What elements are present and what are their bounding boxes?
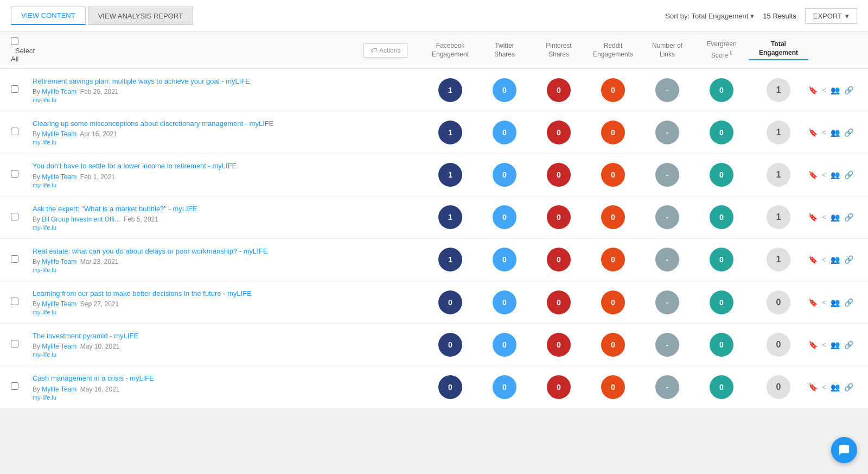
article-author-1[interactable]: Mylife Team [42, 130, 76, 138]
metric-evergreen: 0 [694, 205, 749, 229]
link-icon-5[interactable]: 🔗 [844, 298, 853, 307]
article-author-5[interactable]: Mylife Team [42, 300, 76, 308]
row-checkbox-5[interactable] [11, 298, 18, 305]
row-checkbox-0[interactable] [11, 85, 18, 93]
article-link-2[interactable]: my-life.lu [33, 182, 363, 188]
row-checkbox-col [11, 85, 33, 94]
sort-dropdown[interactable]: Sort by: Total Engagement ▾ [665, 12, 754, 20]
row-checkbox-col [11, 213, 33, 222]
share-icon-3[interactable]: < [822, 213, 826, 222]
article-author-7[interactable]: Mylife Team [42, 385, 76, 393]
share-icon-5[interactable]: < [822, 298, 826, 307]
article-title-3[interactable]: Ask the expert: "What is a market bubble… [33, 204, 363, 214]
share-icon-1[interactable]: < [822, 128, 826, 137]
metric-circle-pinterest: 0 [547, 121, 571, 144]
metric-circle-facebook: 1 [438, 163, 462, 187]
bookmark-icon-2[interactable]: 🔖 [808, 170, 818, 179]
article-meta-7: By Mylife Team May 16, 2021 [33, 385, 363, 393]
link-icon-7[interactable]: 🔗 [844, 383, 853, 391]
users-icon-0[interactable]: 👥 [831, 86, 840, 94]
link-icon-3[interactable]: 🔗 [844, 213, 853, 222]
row-checkbox-7[interactable] [11, 382, 18, 390]
users-icon-6[interactable]: 👥 [831, 340, 840, 349]
article-link-3[interactable]: my-life.lu [33, 224, 363, 231]
article-author-6[interactable]: Mylife Team [42, 343, 76, 350]
row-action-icons-1: 🔖 < 👥 🔗 [808, 128, 857, 137]
share-icon-4[interactable]: < [822, 255, 826, 264]
bookmark-icon-7[interactable]: 🔖 [808, 383, 818, 391]
link-icon-4[interactable]: 🔗 [844, 255, 853, 264]
row-action-icons-6: 🔖 < 👥 🔗 [808, 340, 857, 349]
row-action-icons-5: 🔖 < 👥 🔗 [808, 298, 857, 307]
users-icon-2[interactable]: 👥 [831, 170, 840, 179]
users-icon-3[interactable]: 👥 [831, 213, 840, 222]
bookmark-icon-1[interactable]: 🔖 [808, 128, 818, 137]
article-title-4[interactable]: Real estate: what can you do about delay… [33, 247, 363, 256]
share-icon-7[interactable]: < [822, 383, 826, 391]
share-icon-2[interactable]: < [822, 170, 826, 179]
export-button[interactable]: EXPORT ▾ [805, 8, 857, 24]
article-title-0[interactable]: Retirement savings plan: multiple ways t… [33, 77, 363, 86]
article-meta-4: By Mylife Team Mar 23, 2021 [33, 258, 363, 266]
row-checkbox-4[interactable] [11, 255, 18, 263]
article-author-3[interactable]: Bil Group Investment Offi... [42, 216, 120, 223]
row-checkbox-2[interactable] [11, 170, 18, 178]
pinterest-col-label: PinterestShares [532, 42, 586, 59]
metric-total-6: 0 [749, 333, 808, 357]
metric-circle-twitter: 0 [493, 290, 516, 314]
row-title-col: Retirement savings plan: multiple ways t… [33, 77, 363, 103]
article-title-1[interactable]: Clearing up some misconceptions about di… [33, 119, 363, 129]
metric-reddit: 0 [586, 121, 640, 144]
metric-links: - [640, 333, 694, 357]
metric-links: - [640, 248, 694, 271]
metric-circle-evergreen: 0 [710, 205, 733, 229]
bookmark-icon-0[interactable]: 🔖 [808, 86, 818, 94]
article-title-5[interactable]: Learning from our past to make better de… [33, 289, 363, 299]
share-icon-0[interactable]: < [822, 86, 826, 94]
bookmark-icon-6[interactable]: 🔖 [808, 340, 818, 349]
link-icon-2[interactable]: 🔗 [844, 170, 853, 179]
metric-circle-facebook: 0 [438, 375, 462, 399]
tab-view-analysis[interactable]: VIEW ANALYSIS REPORT [88, 7, 193, 25]
share-icon-6[interactable]: < [822, 340, 826, 349]
header-reddit: RedditEngagements [586, 42, 640, 59]
article-link-5[interactable]: my-life.lu [33, 309, 363, 315]
article-title-2[interactable]: You don't have to settle for a lower inc… [33, 161, 363, 171]
row-checkbox-3[interactable] [11, 213, 18, 220]
article-title-7[interactable]: Cash management in a crisis - myLIFE [33, 374, 363, 383]
link-icon-1[interactable]: 🔗 [844, 128, 853, 137]
bookmark-icon-5[interactable]: 🔖 [808, 298, 818, 307]
bookmark-icon-3[interactable]: 🔖 [808, 213, 818, 222]
bookmark-icon-4[interactable]: 🔖 [808, 255, 818, 264]
users-icon-4[interactable]: 👥 [831, 255, 840, 264]
header-facebook: FacebookEngagement [423, 42, 477, 59]
metric-evergreen: 0 [694, 121, 749, 144]
article-link-0[interactable]: my-life.lu [33, 97, 363, 103]
article-author-2[interactable]: Mylife Team [42, 173, 76, 181]
users-icon-1[interactable]: 👥 [831, 128, 840, 137]
article-link-1[interactable]: my-life.lu [33, 139, 363, 146]
row-checkbox-1[interactable] [11, 128, 18, 135]
row-title-col: The investment pyramid - myLIFE By Mylif… [33, 331, 363, 358]
article-author-4[interactable]: Mylife Team [42, 258, 76, 266]
actions-button[interactable]: 🏷 Actions [363, 43, 407, 58]
article-link-4[interactable]: my-life.lu [33, 267, 363, 273]
metric-total-4: 1 [749, 248, 808, 271]
info-icon[interactable]: ℹ [730, 49, 732, 56]
article-link-7[interactable]: my-life.lu [33, 394, 363, 401]
article-title-6[interactable]: The investment pyramid - myLIFE [33, 331, 363, 341]
article-meta-3: By Bil Group Investment Offi... Feb 5, 2… [33, 216, 363, 223]
link-icon-6[interactable]: 🔗 [844, 340, 853, 349]
users-icon-5[interactable]: 👥 [831, 298, 840, 307]
metric-twitter: 0 [477, 205, 532, 229]
metric-reddit: 0 [586, 248, 640, 271]
row-checkbox-6[interactable] [11, 340, 18, 347]
metric-reddit: 0 [586, 290, 640, 314]
tab-view-content[interactable]: VIEW CONTENT [11, 7, 86, 25]
link-icon-0[interactable]: 🔗 [844, 86, 853, 94]
users-icon-7[interactable]: 👥 [831, 383, 840, 391]
article-author-0[interactable]: Mylife Team [42, 88, 76, 96]
select-all-checkbox[interactable] [11, 37, 18, 45]
metric-evergreen: 0 [694, 333, 749, 357]
article-link-6[interactable]: my-life.lu [33, 351, 363, 358]
